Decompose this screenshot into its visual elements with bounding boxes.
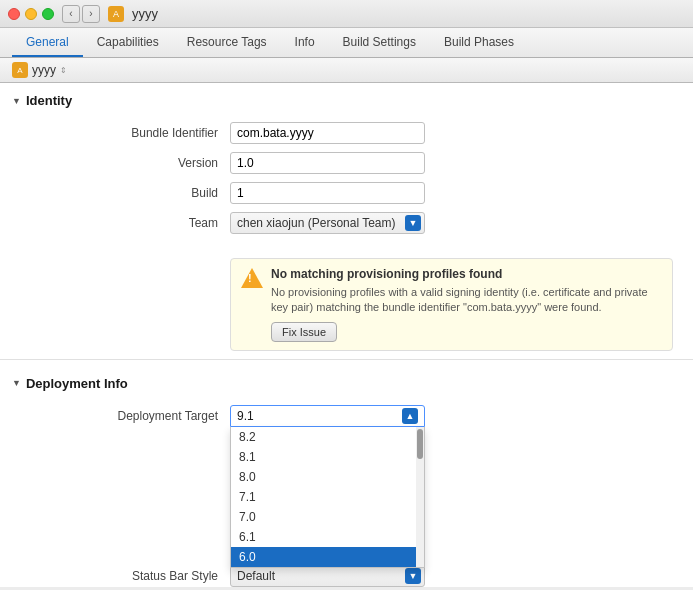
warning-title: No matching provisioning profiles found xyxy=(271,267,662,281)
identity-title: Identity xyxy=(26,93,72,108)
deployment-target-display[interactable]: 9.1 ▲ xyxy=(230,405,425,427)
warning-box: No matching provisioning profiles found … xyxy=(230,258,673,351)
bundle-identifier-row: Bundle Identifier xyxy=(0,118,693,148)
main-content: ▼ Identity Bundle Identifier Version Bui… xyxy=(0,83,693,587)
status-bar-style-select[interactable]: Default xyxy=(230,565,425,587)
deployment-target-list: 8.2 8.1 8.0 7.1 7.0 6.1 6.0 xyxy=(230,427,425,568)
version-row: Version xyxy=(0,148,693,178)
project-selector[interactable]: A yyyy ⇕ xyxy=(0,58,693,83)
identity-disclosure-triangle[interactable]: ▼ xyxy=(12,96,21,106)
deployment-disclosure-triangle[interactable]: ▼ xyxy=(12,378,21,388)
team-select-container: chen xiaojun (Personal Team) ▼ xyxy=(230,212,425,234)
deployment-section-header: ▼ Deployment Info xyxy=(0,366,693,397)
dropdown-option-8-0[interactable]: 8.0 xyxy=(231,467,424,487)
bundle-identifier-input[interactable] xyxy=(230,122,425,144)
tab-capabilities[interactable]: Capabilities xyxy=(83,28,173,57)
tab-build-settings[interactable]: Build Settings xyxy=(329,28,430,57)
identity-section-header: ▼ Identity xyxy=(0,83,693,114)
status-bar-style-container: Default ▼ xyxy=(230,565,425,587)
forward-button[interactable]: › xyxy=(82,5,100,23)
deployment-target-label: Deployment Target xyxy=(0,409,230,423)
stepper-icon: ⇕ xyxy=(60,66,67,75)
title-bar: ‹ › A yyyy xyxy=(0,0,693,28)
tab-bar: General Capabilities Resource Tags Info … xyxy=(0,28,693,58)
team-label: Team xyxy=(0,216,230,230)
version-label: Version xyxy=(0,156,230,170)
warning-content: No matching provisioning profiles found … xyxy=(271,267,662,342)
close-button[interactable] xyxy=(8,8,20,20)
tab-build-phases[interactable]: Build Phases xyxy=(430,28,528,57)
project-icon: A xyxy=(12,62,28,78)
bundle-identifier-label: Bundle Identifier xyxy=(0,126,230,140)
window-title: yyyy xyxy=(132,6,158,21)
deployment-title: Deployment Info xyxy=(26,376,128,391)
version-input[interactable] xyxy=(230,152,425,174)
dropdown-scrollbar-thumb xyxy=(417,429,423,459)
window-icon: A xyxy=(108,6,124,22)
deployment-target-value: 9.1 xyxy=(237,409,254,423)
warning-triangle-icon xyxy=(241,268,263,288)
status-bar-style-label: Status Bar Style xyxy=(0,569,230,583)
warning-icon xyxy=(241,267,263,289)
dropdown-option-6-1[interactable]: 6.1 xyxy=(231,527,424,547)
build-label: Build xyxy=(0,186,230,200)
deployment-target-chevron-icon[interactable]: ▲ xyxy=(402,408,418,424)
identity-form: Bundle Identifier Version Build Team che… xyxy=(0,114,693,250)
nav-arrows: ‹ › xyxy=(62,5,100,23)
maximize-button[interactable] xyxy=(42,8,54,20)
dropdown-scrollbar xyxy=(416,427,424,567)
deployment-form: Deployment Target 9.1 ▲ 8.2 8.1 8.0 7.1 … xyxy=(0,397,693,587)
tab-general[interactable]: General xyxy=(12,28,83,57)
team-row: Team chen xiaojun (Personal Team) ▼ xyxy=(0,208,693,238)
dropdown-option-7-1[interactable]: 7.1 xyxy=(231,487,424,507)
build-input[interactable] xyxy=(230,182,425,204)
build-row: Build xyxy=(0,178,693,208)
back-button[interactable]: ‹ xyxy=(62,5,80,23)
dropdown-option-8-2[interactable]: 8.2 xyxy=(231,427,424,447)
tab-resource-tags[interactable]: Resource Tags xyxy=(173,28,281,57)
section-divider xyxy=(0,359,693,360)
project-name: yyyy xyxy=(32,63,56,77)
deployment-target-dropdown[interactable]: 9.1 ▲ 8.2 8.1 8.0 7.1 7.0 6.1 6.0 xyxy=(230,405,425,427)
deployment-target-row: Deployment Target 9.1 ▲ 8.2 8.1 8.0 7.1 … xyxy=(0,401,693,431)
traffic-lights xyxy=(8,8,54,20)
dropdown-option-8-1[interactable]: 8.1 xyxy=(231,447,424,467)
tab-info[interactable]: Info xyxy=(281,28,329,57)
dropdown-option-6-0[interactable]: 6.0 xyxy=(231,547,424,567)
fix-issue-button[interactable]: Fix Issue xyxy=(271,322,337,342)
warning-text: No provisioning profiles with a valid si… xyxy=(271,285,662,316)
team-select[interactable]: chen xiaojun (Personal Team) xyxy=(230,212,425,234)
minimize-button[interactable] xyxy=(25,8,37,20)
dropdown-option-7-0[interactable]: 7.0 xyxy=(231,507,424,527)
